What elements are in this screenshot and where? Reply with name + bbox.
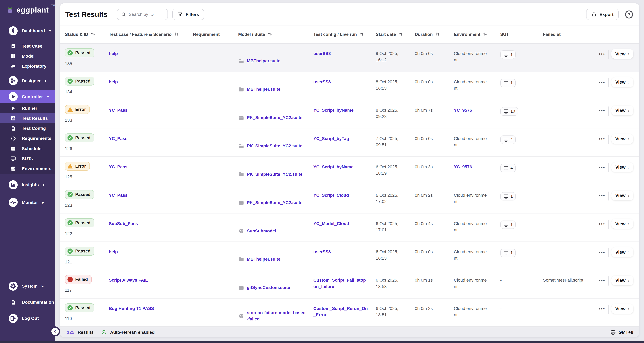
test-case-link[interactable]: help <box>109 51 118 56</box>
model-suite-link[interactable]: PK_SimpleSuite_YC2.suite <box>247 114 302 121</box>
view-button[interactable]: View› <box>612 162 633 172</box>
test-case-link[interactable]: YC_Pass <box>109 193 128 198</box>
test-config-link[interactable]: YC_Script_byName <box>314 164 354 170</box>
sidebar-item-test-case[interactable]: Test Case <box>0 41 55 51</box>
test-case-link[interactable]: YC_Pass <box>109 136 128 141</box>
sidebar-item-test-config[interactable]: Test Config <box>0 123 55 133</box>
view-button[interactable]: View› <box>612 247 633 257</box>
cell-duration: 0h 0m 7s <box>415 100 454 128</box>
view-button[interactable]: View› <box>612 191 633 200</box>
model-suite-link[interactable]: MBThelper.suite <box>247 256 280 262</box>
model-suite-link[interactable]: gitSyncCustom.suite <box>247 285 290 291</box>
cell-environment: Cloud environment <box>454 72 500 100</box>
sidebar-item-label: SUTs <box>22 156 33 161</box>
test-case-link[interactable]: help <box>109 79 118 84</box>
timezone-area[interactable]: GMT+8 <box>610 329 633 335</box>
sidebar-item-designer[interactable]: Designer▸ <box>0 74 55 87</box>
column-header-test-case-feature-scenario[interactable]: Test case / Feature & Scenario <box>109 31 193 38</box>
test-config-link[interactable]: Custom_Script_Rerun_On_Error <box>314 306 369 318</box>
model-suite-link[interactable]: PK_SimpleSuite_YC2.suite <box>247 200 302 206</box>
cell-status: Passed126 <box>65 128 109 156</box>
auto-refresh-icon <box>101 329 107 335</box>
sidebar-item-controller[interactable]: Controller▾ <box>0 90 55 103</box>
sidebar-item-runner[interactable]: Runner <box>0 103 55 113</box>
test-config-link[interactable]: userSS3 <box>314 249 331 255</box>
column-header-test-config-live-run[interactable]: Test config / Live run <box>314 31 376 38</box>
export-button[interactable]: Export <box>586 9 618 20</box>
model-suite-link[interactable]: MBThelper.suite <box>247 58 280 64</box>
row-menu-button[interactable]: ••• <box>599 276 605 283</box>
test-config-link[interactable]: YC_Script_byTag <box>314 135 349 142</box>
view-button[interactable]: View› <box>612 276 633 285</box>
model-suite-link[interactable]: SubSubmodel <box>247 228 276 234</box>
test-config-link[interactable]: userSS3 <box>314 50 331 57</box>
sidebar-item-logout[interactable]: Log Out <box>0 312 55 325</box>
search-box[interactable] <box>117 9 168 20</box>
column-header-start-date[interactable]: Start date <box>376 31 415 38</box>
environment-link[interactable]: YC_9576 <box>454 164 472 169</box>
test-case-link[interactable]: YC_Pass <box>109 108 128 113</box>
help-icon[interactable]: ? <box>625 10 633 19</box>
sidebar-item-model[interactable]: Model <box>0 51 55 61</box>
view-button[interactable]: View› <box>612 134 633 144</box>
test-case-link[interactable]: help <box>109 249 118 254</box>
sidebar-item-suts[interactable]: SUTs <box>0 153 55 164</box>
view-label: View <box>615 221 626 227</box>
column-header-environment[interactable]: Environment <box>454 31 500 38</box>
view-button[interactable]: View› <box>612 77 633 87</box>
sidebar-item-documentation[interactable]: Documentation <box>0 297 55 307</box>
sut-count-chip: 1 <box>500 192 516 201</box>
column-header-duration[interactable]: Duration <box>415 31 454 38</box>
sidebar-item-test-results[interactable]: Test Results <box>0 113 55 123</box>
environment-link[interactable]: YC_9576 <box>454 108 472 113</box>
row-menu-button[interactable]: ••• <box>599 134 605 142</box>
sidebar-item-monitor[interactable]: Monitor▸ <box>0 196 55 209</box>
test-config-link[interactable]: YC_Script_byName <box>314 107 354 113</box>
model-suite-link[interactable]: stop-on-failure-model-based-failed <box>247 310 307 322</box>
cell-start-date: 8 Oct 2025, 09:23 <box>376 100 415 128</box>
sidebar-item-insights[interactable]: Insights▸ <box>0 178 55 191</box>
sidebar-item-exploratory[interactable]: Exploratory <box>0 61 55 71</box>
model-suite-link[interactable]: MBThelper.suite <box>247 86 280 92</box>
sidebar-item-schedule[interactable]: Schedule <box>0 143 55 153</box>
row-menu-button[interactable]: ••• <box>599 49 605 56</box>
sut-count: 10 <box>510 109 515 114</box>
column-header-failed-at: Failed at <box>543 32 598 37</box>
sidebar-item-requirements[interactable]: Requirements <box>0 133 55 143</box>
view-button[interactable]: View› <box>612 304 633 314</box>
column-header-model-suite[interactable]: Model / Suite <box>238 31 314 38</box>
row-menu-button[interactable]: ••• <box>599 77 605 85</box>
model-suite-link[interactable]: PK_SimpleSuite_YC2.suite <box>247 171 302 177</box>
search-input[interactable] <box>129 12 164 17</box>
row-menu-button[interactable]: ••• <box>599 247 605 255</box>
test-config-link[interactable]: YC_Model_Cloud <box>314 221 349 227</box>
test-case-link[interactable]: Script Always FAIL <box>109 278 148 283</box>
row-menu-button[interactable]: ••• <box>599 106 605 113</box>
cell-failed-at <box>543 128 598 156</box>
row-menu-button[interactable]: ••• <box>599 191 605 198</box>
page-header: Test Results Filters Export ? <box>60 3 639 26</box>
row-menu-button[interactable]: ••• <box>599 304 605 312</box>
row-menu-button[interactable]: ••• <box>599 219 605 227</box>
sidebar-item-environments[interactable]: Environments <box>0 164 55 174</box>
model-suite-link[interactable]: PK_SimpleSuite_YC2.suite <box>247 143 302 149</box>
start-date-value: 6 Oct 2025, 17:02 <box>376 193 398 204</box>
sidebar-item-system[interactable]: System▸ <box>0 280 55 293</box>
sidebar-item-dashboard[interactable]: Dashboard▾ <box>0 24 55 37</box>
view-button[interactable]: View› <box>612 219 633 229</box>
test-config-link[interactable]: YC_Script_Cloud <box>314 192 349 198</box>
test-case-link[interactable]: SubSub_Pass <box>109 221 138 226</box>
view-button[interactable]: View› <box>612 49 633 59</box>
filters-button[interactable]: Filters <box>172 9 204 20</box>
view-button[interactable]: View› <box>612 106 633 115</box>
test-case-link[interactable]: Bug Hunting T1 PASS <box>109 306 154 311</box>
column-header-status-id[interactable]: Status & ID <box>65 31 109 38</box>
bottom-edge-strip <box>0 341 644 343</box>
sidebar-collapse-button[interactable]: ‹ <box>50 327 60 336</box>
test-config-link[interactable]: Custom_Script_Fail_stop_on_failure <box>314 277 369 290</box>
row-menu-button[interactable]: ••• <box>599 162 605 170</box>
test-config-link[interactable]: userSS3 <box>314 79 331 85</box>
sidebar-item-label: Test Config <box>22 126 46 131</box>
environment-value: Cloud environment <box>454 221 488 233</box>
test-case-link[interactable]: YC_Pass <box>109 164 128 169</box>
